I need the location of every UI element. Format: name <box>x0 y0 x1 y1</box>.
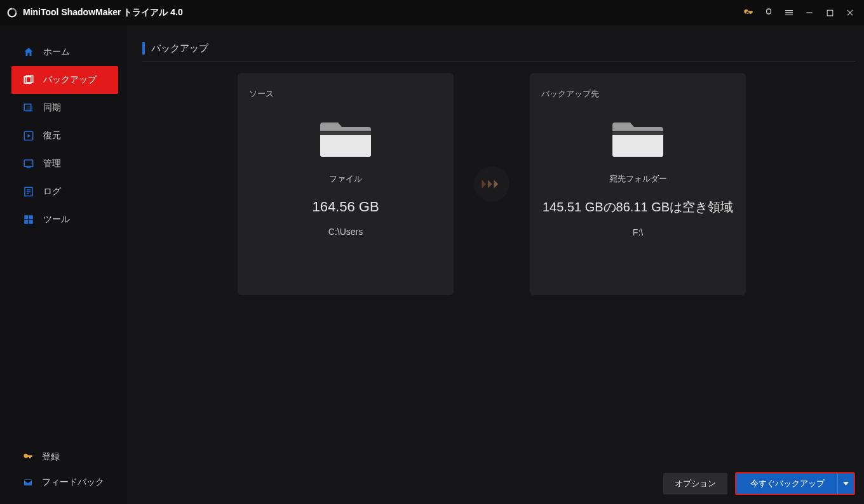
sidebar-register-label: 登録 <box>42 451 60 463</box>
folder-icon <box>319 117 372 159</box>
help-button[interactable] <box>760 4 778 22</box>
page-title-row: バックアップ <box>142 42 855 55</box>
destination-card[interactable]: バックアップ先 宛先フォルダー 145.51 GBの86.11 GBは空き領域 … <box>530 73 746 295</box>
backup-now-label: 今すぐバックアップ <box>736 478 837 489</box>
sidebar-item-label: 同期 <box>43 102 61 114</box>
source-type: ファイル <box>329 173 362 185</box>
sidebar-item-label: 復元 <box>43 130 61 142</box>
sidebar-item-label: バックアップ <box>43 74 97 86</box>
sidebar-item-restore[interactable]: 復元 <box>0 122 127 150</box>
destination-center: 宛先フォルダー 145.51 GBの86.11 GBは空き領域 F:\ <box>541 100 734 280</box>
maximize-button[interactable] <box>821 4 839 22</box>
backup-now-button[interactable]: 今すぐバックアップ <box>735 472 855 495</box>
options-button[interactable]: オプション <box>663 473 727 494</box>
backup-icon <box>23 74 34 86</box>
sidebar-item-label: ツール <box>43 214 70 225</box>
source-card[interactable]: ソース ファイル 164.56 GB C:\Users <box>238 73 454 295</box>
arrow-circle <box>474 166 510 202</box>
divider <box>142 61 855 62</box>
sidebar-feedback[interactable]: フィードバック <box>0 470 127 495</box>
destination-path: F:\ <box>633 227 643 237</box>
footer-row: オプション 今すぐバックアップ <box>663 472 855 495</box>
home-icon <box>23 46 34 58</box>
chevrons-right-icon <box>481 178 503 190</box>
sidebar-register[interactable]: 登録 <box>0 444 127 470</box>
sidebar-feedback-label: フィードバック <box>42 477 104 488</box>
svg-rect-10 <box>24 215 28 219</box>
sidebar-item-label: ホーム <box>43 46 70 58</box>
minimize-button[interactable] <box>800 4 818 22</box>
destination-label: バックアップ先 <box>541 88 734 100</box>
app-logo-icon <box>6 7 18 18</box>
source-path: C:\Users <box>328 227 363 237</box>
page-title: バックアップ <box>151 43 208 55</box>
sidebar-item-tools[interactable]: ツール <box>0 206 127 234</box>
restore-icon <box>23 130 34 142</box>
menu-button[interactable] <box>780 4 798 22</box>
sidebar-item-home[interactable]: ホーム <box>0 38 127 66</box>
sync-icon <box>23 102 34 114</box>
source-center: ファイル 164.56 GB C:\Users <box>249 100 442 280</box>
manage-icon <box>23 158 34 169</box>
mail-icon <box>23 477 33 487</box>
sidebar-item-sync[interactable]: 同期 <box>0 94 127 122</box>
caret-down-icon[interactable] <box>837 474 854 494</box>
sidebar-item-manage[interactable]: 管理 <box>0 150 127 178</box>
folder-icon <box>611 117 665 159</box>
main-content: バックアップ ソース ファイル 164.56 GB C:\Users <box>127 25 864 504</box>
license-key-button[interactable] <box>739 4 757 22</box>
titlebar-left: MiniTool ShadowMaker トライアル 4.0 <box>6 7 183 18</box>
key-icon <box>23 452 33 462</box>
titlebar: MiniTool ShadowMaker トライアル 4.0 <box>0 0 864 25</box>
svg-rect-13 <box>29 220 33 224</box>
app-title: MiniTool ShadowMaker トライアル 4.0 <box>23 7 183 18</box>
svg-rect-7 <box>24 160 33 167</box>
svg-rect-11 <box>29 215 33 219</box>
arrow-middle <box>454 166 530 202</box>
svg-rect-18 <box>612 131 663 135</box>
close-button[interactable] <box>841 4 859 22</box>
sidebar-item-label: ログ <box>43 186 61 197</box>
log-icon <box>23 186 34 197</box>
svg-rect-1 <box>827 10 833 16</box>
tools-icon <box>23 214 34 225</box>
svg-rect-8 <box>27 167 30 168</box>
sidebar-item-backup[interactable]: バックアップ <box>11 66 118 94</box>
app-body: ホーム バックアップ 同期 復元 管理 <box>0 25 864 504</box>
sidebar-bottom: 登録 フィードバック <box>0 444 127 495</box>
cards-row: ソース ファイル 164.56 GB C:\Users <box>238 73 855 295</box>
svg-rect-16 <box>320 131 371 135</box>
svg-rect-5 <box>26 106 33 112</box>
destination-space: 145.51 GBの86.11 GBは空き領域 <box>543 199 733 216</box>
svg-rect-12 <box>24 220 28 224</box>
destination-type: 宛先フォルダー <box>609 173 667 185</box>
accent-bar <box>142 42 145 55</box>
source-label: ソース <box>249 88 442 100</box>
sidebar-item-log[interactable]: ログ <box>0 178 127 206</box>
svg-rect-0 <box>806 12 812 13</box>
sidebar: ホーム バックアップ 同期 復元 管理 <box>0 25 127 504</box>
sidebar-item-label: 管理 <box>43 158 61 169</box>
titlebar-right <box>739 4 859 22</box>
source-size: 164.56 GB <box>312 199 379 215</box>
